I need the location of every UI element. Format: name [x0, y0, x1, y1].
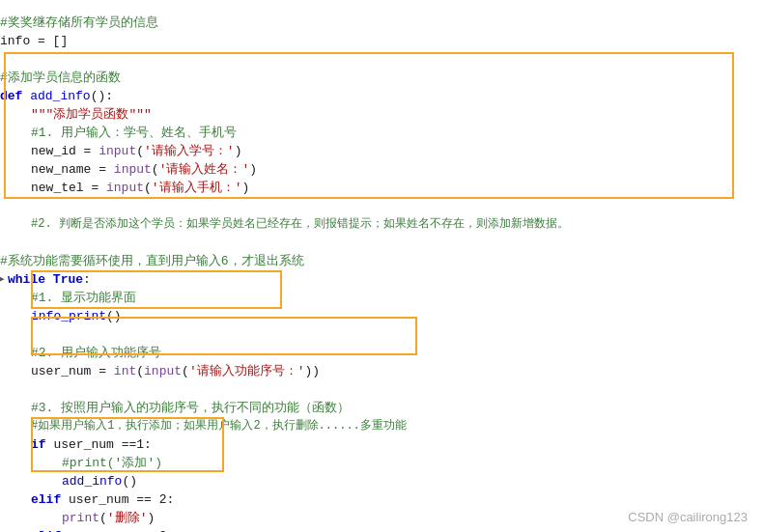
blank2: [0, 197, 763, 215]
code-line-5: def add_info():: [0, 87, 763, 105]
code-line-7: #1. 用户输入：学号、姓名、手机号: [0, 124, 763, 142]
while-arrow-icon: ▶: [0, 270, 5, 289]
line-text-7: #1. 用户输入：学号、姓名、手机号: [0, 124, 755, 142]
code-line-25: #print('添加'): [0, 454, 763, 472]
code-line-16: #1. 显示功能界面: [0, 289, 763, 307]
code-line-20: user_num = int(input('请输入功能序号：')): [0, 362, 763, 380]
code-line-8: new_id = input('请输入学号：'): [0, 142, 763, 160]
line-text-8: new_id = input('请输入学号：'): [0, 142, 755, 160]
line-text-20: user_num = int(input('请输入功能序号：')): [0, 362, 755, 380]
code-line-22: #3. 按照用户输入的功能序号，执行不同的功能（函数）: [0, 399, 763, 417]
line-text-1: #奖奖继存储所有学员的信息: [0, 14, 755, 32]
line-text-17: info_print(): [0, 307, 755, 325]
line-text-27: elif user_num == 2:: [0, 490, 755, 509]
blank3: [0, 234, 763, 252]
code-line-4: #添加学员信息的函数: [0, 69, 763, 87]
line-text-4: #添加学员信息的函数: [0, 69, 755, 87]
code-line-19: #2. 用户输入功能序号: [0, 344, 763, 362]
code-line-14: #系统功能需要循环使用，直到用户输入6，才退出系统: [0, 252, 763, 270]
code-line-17: info_print(): [0, 307, 763, 325]
code-line-blank1: [0, 50, 763, 69]
code-line-23: #如果用户输入1，执行添加；如果用户输入2，执行删除......多重功能: [0, 417, 763, 435]
line-text-24: if user_num ==1:: [0, 435, 755, 454]
line-text-22: #3. 按照用户输入的功能序号，执行不同的功能（函数）: [0, 399, 755, 417]
line-text-23: #如果用户输入1，执行添加；如果用户输入2，执行删除......多重功能: [0, 417, 755, 435]
line-text-6: """添加学员函数""": [0, 105, 755, 124]
code-line-6: """添加学员函数""": [0, 105, 763, 124]
line-text-19: #2. 用户输入功能序号: [0, 344, 755, 362]
code-line-2: info = []: [0, 32, 763, 50]
code-line-24: if user_num ==1:: [0, 435, 763, 454]
line-text-29: elif user_num == 3:: [0, 527, 755, 532]
line-text-16: #1. 显示功能界面: [0, 289, 755, 307]
code-line-10: new_tel = input('请输入手机：'): [0, 179, 763, 197]
line-text-25: #print('添加'): [0, 454, 755, 472]
blank4: [0, 325, 763, 344]
line-text-15: while True:: [0, 270, 755, 289]
code-line-29: elif user_num == 3:: [0, 527, 763, 532]
code-line-26: add_info(): [0, 472, 763, 490]
blank5: [0, 380, 763, 399]
code-editor: #奖奖继存储所有学员的信息 info = [] #添加学员信息的函数 def a…: [0, 0, 763, 532]
line-text-9: new_name = input('请输入姓名：'): [0, 160, 755, 179]
code-line-15: ▶ while True:: [0, 270, 763, 289]
code-line-12: #2. 判断是否添加这个学员：如果学员姓名已经存在，则报错提示；如果姓名不存在，…: [0, 215, 763, 234]
watermark: CSDN @cailirong123: [628, 510, 748, 524]
line-text-14: #系统功能需要循环使用，直到用户输入6，才退出系统: [0, 252, 755, 270]
line-text-2: info = []: [0, 32, 755, 50]
line-text-5: def add_info():: [0, 87, 755, 105]
line-text-10: new_tel = input('请输入手机：'): [0, 179, 755, 197]
code-line-9: new_name = input('请输入姓名：'): [0, 160, 763, 179]
line-text-12: #2. 判断是否添加这个学员：如果学员姓名已经存在，则报错提示；如果姓名不存在，…: [0, 215, 755, 234]
code-line-27: elif user_num == 2:: [0, 490, 763, 509]
code-line-1: #奖奖继存储所有学员的信息: [0, 14, 763, 32]
line-text-26: add_info(): [0, 472, 755, 490]
